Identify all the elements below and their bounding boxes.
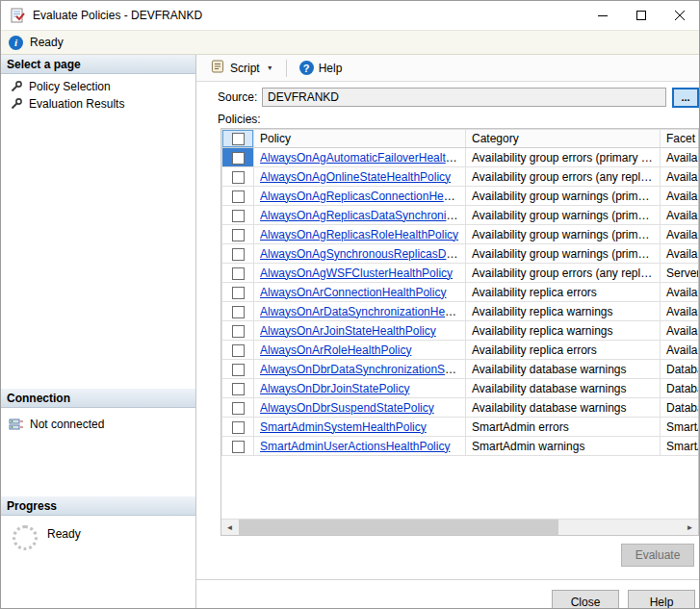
- maximize-icon: [636, 11, 646, 20]
- scrollbar-thumb[interactable]: [239, 520, 558, 535]
- row-checkbox[interactable]: [232, 306, 245, 318]
- row-checkbox-cell[interactable]: [222, 264, 254, 283]
- row-checkbox-cell[interactable]: [222, 167, 254, 187]
- progress-section: Ready: [1, 516, 195, 608]
- script-button[interactable]: Script ▼: [203, 55, 280, 81]
- row-checkbox[interactable]: [232, 421, 245, 434]
- close-button[interactable]: [661, 1, 699, 30]
- policy-cell: AlwaysOnAgSynchronousReplicasDat...: [254, 244, 466, 264]
- column-header-category[interactable]: Category: [466, 130, 661, 148]
- category-cell: Availability group warnings (primary rep…: [466, 187, 661, 206]
- table-row: AlwaysOnArConnectionHealthPolicy Availab…: [222, 283, 700, 302]
- evaluate-button[interactable]: Evaluate: [621, 544, 694, 567]
- row-checkbox[interactable]: [232, 402, 245, 415]
- row-checkbox[interactable]: [232, 267, 245, 280]
- sidebar-item-policy-selection[interactable]: Policy Selection: [1, 78, 195, 95]
- row-checkbox[interactable]: [232, 152, 245, 165]
- row-checkbox-cell[interactable]: [222, 321, 254, 341]
- policy-link[interactable]: AlwaysOnArDataSynchronizationHealt...: [260, 305, 466, 318]
- minimize-button[interactable]: [583, 1, 622, 30]
- footer-buttons: Close Help: [196, 579, 699, 608]
- row-checkbox-cell[interactable]: [222, 225, 254, 244]
- category-cell: Availability database warnings: [466, 379, 661, 398]
- row-checkbox-cell[interactable]: [222, 379, 254, 398]
- policy-link[interactable]: SmartAdminUserActionsHealthPolicy: [260, 440, 450, 453]
- facet-cell: Availab...: [661, 206, 700, 225]
- row-checkbox[interactable]: [232, 344, 245, 357]
- source-input[interactable]: [262, 88, 666, 107]
- row-checkbox[interactable]: [232, 325, 245, 338]
- column-header-facet[interactable]: Facet: [661, 130, 700, 148]
- category-cell: Availability replica warnings: [466, 302, 661, 321]
- server-connection-icon: [9, 417, 24, 432]
- chevron-down-icon[interactable]: ▼: [267, 64, 273, 71]
- row-checkbox-cell[interactable]: [222, 437, 254, 456]
- policy-link[interactable]: AlwaysOnArJoinStateHealthPolicy: [260, 324, 436, 338]
- toolbar-separator: [286, 60, 287, 77]
- scroll-left-arrow-icon[interactable]: ◄: [221, 520, 238, 535]
- dialog-content: Select a page Policy Selection Evaluatio…: [1, 55, 699, 608]
- policy-link[interactable]: AlwaysOnDbrJoinStatePolicy: [260, 382, 409, 395]
- row-checkbox-cell[interactable]: [222, 283, 254, 302]
- horizontal-scrollbar[interactable]: ◄ ►: [221, 519, 698, 535]
- row-checkbox[interactable]: [232, 383, 245, 395]
- policy-link[interactable]: AlwaysOnDbrDataSynchronizationState: [260, 363, 464, 376]
- policy-link[interactable]: AlwaysOnAgOnlineStateHealthPolicy: [260, 170, 451, 184]
- close-dialog-button[interactable]: Close: [552, 590, 619, 608]
- row-checkbox[interactable]: [232, 364, 245, 376]
- policy-cell: AlwaysOnAgAutomaticFailoverHealthP...: [254, 148, 466, 167]
- row-checkbox-cell[interactable]: [222, 398, 254, 418]
- category-cell: SmartAdmin warnings: [466, 437, 661, 456]
- row-checkbox-cell[interactable]: [222, 341, 254, 360]
- sidebar-item-label: Policy Selection: [29, 80, 111, 93]
- row-checkbox[interactable]: [232, 287, 245, 299]
- facet-cell: SmartA...: [661, 437, 700, 456]
- row-checkbox[interactable]: [232, 229, 245, 241]
- policy-link[interactable]: AlwaysOnDbrSuspendStatePolicy: [260, 401, 434, 415]
- policy-link[interactable]: AlwaysOnAgReplicasDataSynchroniza...: [260, 209, 466, 222]
- policy-link[interactable]: AlwaysOnArConnectionHealthPolicy: [260, 286, 446, 299]
- row-checkbox-cell[interactable]: [222, 302, 254, 321]
- table-row: AlwaysOnDbrDataSynchronizationState Avai…: [222, 360, 700, 379]
- scrollbar-track[interactable]: [238, 520, 682, 535]
- row-checkbox[interactable]: [232, 171, 245, 184]
- select-all-checkbox[interactable]: [232, 133, 245, 145]
- row-checkbox-cell[interactable]: [222, 418, 254, 437]
- status-text: Ready: [30, 36, 64, 49]
- policies-tbody: AlwaysOnAgAutomaticFailoverHealthP... Av…: [222, 148, 700, 456]
- policy-link[interactable]: AlwaysOnArRoleHealthPolicy: [260, 343, 411, 357]
- facet-cell: Databa...: [661, 360, 700, 379]
- row-checkbox-cell[interactable]: [222, 148, 254, 167]
- connection-header: Connection: [1, 389, 195, 408]
- row-checkbox[interactable]: [232, 248, 245, 261]
- row-checkbox[interactable]: [232, 441, 245, 453]
- maximize-button[interactable]: [622, 1, 661, 30]
- table-row: AlwaysOnAgSynchronousReplicasDat... Avai…: [222, 244, 700, 264]
- help-toolbar-button[interactable]: ? Help: [293, 57, 350, 79]
- column-header-policy[interactable]: Policy: [254, 130, 466, 148]
- facet-cell: Availab...: [661, 321, 700, 341]
- scroll-right-arrow-icon[interactable]: ►: [682, 520, 698, 535]
- policy-link[interactable]: AlwaysOnAgWSFClusterHealthPolicy: [260, 266, 453, 280]
- browse-button[interactable]: ...: [672, 88, 699, 108]
- policy-link[interactable]: AlwaysOnAgReplicasConnectionHealt...: [260, 190, 465, 203]
- policy-link[interactable]: AlwaysOnAgReplicasRoleHealthPolicy: [260, 228, 458, 241]
- select-all-cell[interactable]: [222, 130, 254, 148]
- row-checkbox[interactable]: [232, 210, 245, 222]
- policy-link[interactable]: AlwaysOnAgAutomaticFailoverHealthP...: [260, 151, 466, 165]
- row-checkbox-cell[interactable]: [222, 360, 254, 379]
- row-checkbox-cell[interactable]: [222, 244, 254, 264]
- policy-cell: AlwaysOnAgReplicasConnectionHealt...: [254, 187, 466, 206]
- sidebar-item-evaluation-results[interactable]: Evaluation Results: [1, 95, 195, 113]
- facet-cell: Availab...: [661, 148, 700, 167]
- policy-link[interactable]: SmartAdminSystemHealthPolicy: [260, 420, 427, 434]
- progress-header: Progress: [1, 496, 195, 516]
- help-label: Help: [319, 62, 343, 75]
- titlebar: Evaluate Policies - DEVFRANKD: [1, 1, 699, 30]
- row-checkbox-cell[interactable]: [222, 187, 254, 206]
- evaluate-policies-window: Evaluate Policies - DEVFRANKD i Ready Se…: [0, 0, 700, 609]
- row-checkbox-cell[interactable]: [222, 206, 254, 225]
- policy-link[interactable]: AlwaysOnAgSynchronousReplicasDat...: [260, 247, 465, 261]
- help-dialog-button[interactable]: Help: [628, 590, 695, 608]
- row-checkbox[interactable]: [232, 190, 245, 203]
